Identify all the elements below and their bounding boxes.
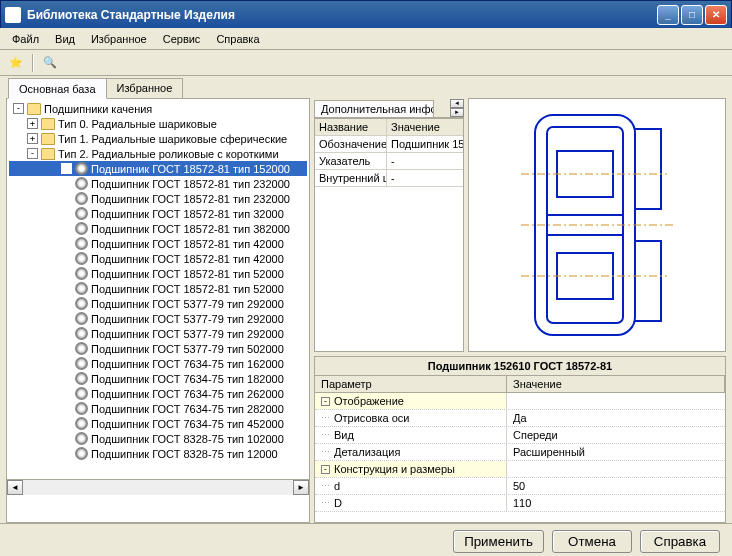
info-row: НазваниеЗначение [315, 119, 463, 136]
toolbar: ⭐ 🔍 [0, 50, 732, 76]
info-row: Указатель- [315, 153, 463, 170]
tree-item[interactable]: Подшипник ГОСТ 5377-79 тип 292000 [9, 311, 307, 326]
tab-favorites[interactable]: Избранное [106, 78, 184, 98]
info-cell-name: Внутренний шифр [315, 170, 387, 186]
params-col-value: Значение [507, 376, 725, 392]
menu-service[interactable]: Сервис [155, 31, 209, 47]
menu-view[interactable]: Вид [47, 31, 83, 47]
bearing-drawing [517, 105, 677, 345]
left-tabs: Основная база Избранное [8, 78, 312, 98]
param-row[interactable]: ⋯D110 [315, 495, 725, 512]
window-title: Библиотека Стандартные Изделия [27, 8, 657, 22]
menu-help[interactable]: Справка [208, 31, 267, 47]
info-grid: НазваниеЗначениеОбозначениеПодшипник 152… [314, 118, 464, 352]
tree-item[interactable]: Подшипник ГОСТ 7634-75 тип 452000 [9, 416, 307, 431]
favorite-icon[interactable]: ⭐ [6, 53, 26, 73]
tab-main-base[interactable]: Основная база [8, 78, 107, 99]
tree-branch[interactable]: +Тип 0. Радиальные шариковые [9, 116, 307, 131]
tree-item[interactable]: Подшипник ГОСТ 7634-75 тип 282000 [9, 401, 307, 416]
param-group[interactable]: -Отображение [315, 393, 725, 410]
info-pane: Дополнительная информация ◄► НазваниеЗна… [314, 98, 464, 352]
tree-item[interactable]: Подшипник ГОСТ 18572-81 тип 152000 [9, 161, 307, 176]
close-button[interactable]: ✕ [705, 5, 727, 25]
tree-item[interactable]: Подшипник ГОСТ 18572-81 тип 52000 [9, 281, 307, 296]
app-icon [5, 7, 21, 23]
preview-pane [468, 98, 726, 352]
tree-item[interactable]: Подшипник ГОСТ 5377-79 тип 292000 [9, 326, 307, 341]
info-row: Внутренний шифр- [315, 170, 463, 187]
tree-item[interactable]: Подшипник ГОСТ 7634-75 тип 182000 [9, 371, 307, 386]
param-row[interactable]: ⋯ВидСпереди [315, 427, 725, 444]
params-pane: Подшипник 152610 ГОСТ 18572-81 Параметр … [314, 356, 726, 523]
scroll-track[interactable] [23, 480, 293, 495]
info-cell-name: Обозначение [315, 136, 387, 152]
param-row[interactable]: ⋯d50 [315, 478, 725, 495]
params-title: Подшипник 152610 ГОСТ 18572-81 [315, 357, 725, 376]
tree-root[interactable]: -Подшипники качения [9, 101, 307, 116]
tree-item[interactable]: Подшипник ГОСТ 18572-81 тип 42000 [9, 251, 307, 266]
menu-file[interactable]: Файл [4, 31, 47, 47]
tree-item[interactable]: Подшипник ГОСТ 7634-75 тип 162000 [9, 356, 307, 371]
param-group[interactable]: -Конструкция и размеры [315, 461, 725, 478]
info-cell-value: Подшипник 152 [387, 136, 463, 152]
tab-additional-info[interactable]: Дополнительная информация [314, 100, 434, 117]
maximize-button[interactable]: □ [681, 5, 703, 25]
minimize-button[interactable]: _ [657, 5, 679, 25]
tab-spinner[interactable]: ◄► [450, 99, 464, 117]
tree-item[interactable]: Подшипник ГОСТ 18572-81 тип 232000 [9, 191, 307, 206]
scrollbar-horizontal[interactable]: ◄ ► [7, 479, 309, 495]
params-col-parameter: Параметр [315, 376, 507, 392]
scroll-right-icon[interactable]: ► [293, 480, 309, 495]
tree-item[interactable]: Подшипник ГОСТ 18572-81 тип 232000 [9, 176, 307, 191]
tree-item[interactable]: Подшипник ГОСТ 8328-75 тип 12000 [9, 446, 307, 461]
info-cell-name: Название [315, 119, 387, 135]
tree-item[interactable]: Подшипник ГОСТ 5377-79 тип 292000 [9, 296, 307, 311]
help-button[interactable]: Справка [640, 530, 720, 553]
cancel-button[interactable]: Отмена [552, 530, 632, 553]
menu-favorites[interactable]: Избранное [83, 31, 155, 47]
info-cell-value: Значение [387, 119, 463, 135]
apply-button[interactable]: Применить [453, 530, 544, 553]
info-cell-name: Указатель [315, 153, 387, 169]
info-cell-value: - [387, 170, 463, 186]
info-row: ОбозначениеПодшипник 152 [315, 136, 463, 153]
params-grid[interactable]: -Отображение⋯Отрисовка осиДа⋯ВидСпереди⋯… [315, 393, 725, 522]
tree-branch[interactable]: -Тип 2. Радиальные роликовые с короткими [9, 146, 307, 161]
footer: Применить Отмена Справка [0, 523, 732, 556]
tree-panel: -Подшипники качения+Тип 0. Радиальные ша… [6, 98, 310, 523]
param-row[interactable]: ⋯Отрисовка осиДа [315, 410, 725, 427]
title-bar: Библиотека Стандартные Изделия _ □ ✕ [0, 0, 732, 28]
tree-item[interactable]: Подшипник ГОСТ 8328-75 тип 102000 [9, 431, 307, 446]
tree-item[interactable]: Подшипник ГОСТ 18572-81 тип 52000 [9, 266, 307, 281]
tree-item[interactable]: Подшипник ГОСТ 7634-75 тип 262000 [9, 386, 307, 401]
tree-item[interactable]: Подшипник ГОСТ 18572-81 тип 42000 [9, 236, 307, 251]
info-cell-value: - [387, 153, 463, 169]
menu-bar: Файл Вид Избранное Сервис Справка [0, 28, 732, 50]
param-row[interactable]: ⋯ДетализацияРасширенный [315, 444, 725, 461]
params-header: Параметр Значение [315, 376, 725, 393]
tree[interactable]: -Подшипники качения+Тип 0. Радиальные ша… [7, 99, 309, 479]
tree-item[interactable]: Подшипник ГОСТ 18572-81 тип 382000 [9, 221, 307, 236]
tree-branch[interactable]: +Тип 1. Радиальные шариковые сферические [9, 131, 307, 146]
tree-item[interactable]: Подшипник ГОСТ 18572-81 тип 32000 [9, 206, 307, 221]
separator [32, 54, 34, 72]
binoculars-icon[interactable]: 🔍 [40, 53, 60, 73]
tree-item[interactable]: Подшипник ГОСТ 5377-79 тип 502000 [9, 341, 307, 356]
scroll-left-icon[interactable]: ◄ [7, 480, 23, 495]
